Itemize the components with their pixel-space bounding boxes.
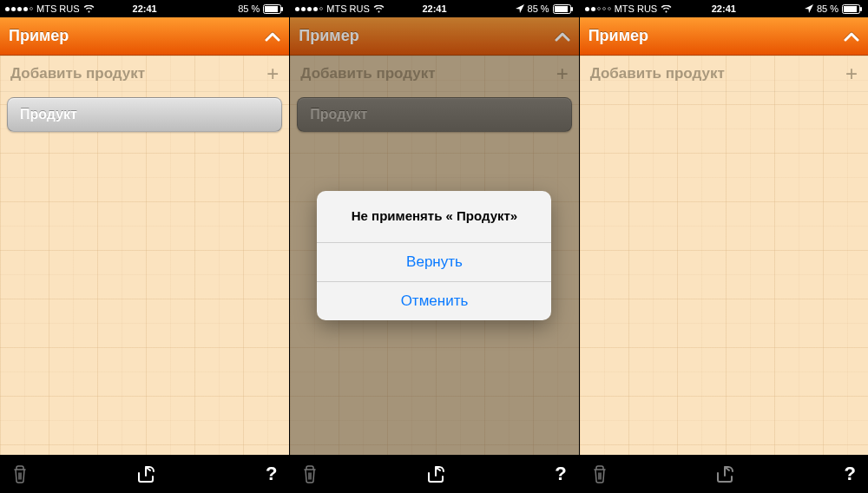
svg-rect-8 xyxy=(860,7,862,11)
svg-rect-2 xyxy=(281,7,283,11)
add-product-row[interactable]: Добавить продукт + xyxy=(580,56,868,92)
clock: 22:41 xyxy=(133,3,157,14)
product-item[interactable]: Продукт xyxy=(7,97,282,132)
trash-icon[interactable] xyxy=(12,464,28,483)
location-icon xyxy=(805,4,813,13)
chevron-up-icon[interactable] xyxy=(555,31,570,42)
share-icon[interactable] xyxy=(135,465,158,483)
battery-pct: 85 % xyxy=(528,3,549,14)
battery-icon xyxy=(553,4,574,14)
add-product-label: Добавить продукт xyxy=(10,65,145,82)
battery-icon xyxy=(842,4,863,14)
wifi-icon xyxy=(661,5,672,13)
svg-rect-7 xyxy=(844,6,857,12)
battery-pct: 85 % xyxy=(817,3,838,14)
alert-cancel-button[interactable]: Отменить xyxy=(317,282,551,320)
signal-dots-icon xyxy=(295,7,323,11)
screen-modal: MTS RUS 22:41 85 % Пример Добавить проду… xyxy=(289,0,578,493)
list-area: Добавить продукт + Продукт Не применять … xyxy=(290,56,578,455)
clock: 22:41 xyxy=(422,3,446,14)
nav-bar: Пример xyxy=(580,17,868,56)
list-area: Добавить продукт + Продукт xyxy=(0,56,289,455)
carrier-label: MTS RUS xyxy=(36,3,80,14)
battery-icon xyxy=(263,4,284,14)
share-icon[interactable] xyxy=(714,465,737,483)
status-bar: MTS RUS 22:41 85 % xyxy=(0,0,289,17)
modal-backdrop[interactable]: Не применять « Продукт» Вернуть Отменить xyxy=(290,56,578,455)
nav-title: Пример xyxy=(299,27,549,45)
screen-normal: MTS RUS 22:41 85 % Пример Добавить проду… xyxy=(0,0,289,493)
trash-icon[interactable] xyxy=(302,464,318,483)
alert-message: Не применять « Продукт» xyxy=(317,191,551,243)
alert-revert-button[interactable]: Вернуть xyxy=(317,243,551,282)
screen-empty: MTS RUS 22:41 85 % Пример Добавить проду… xyxy=(579,0,868,493)
svg-rect-1 xyxy=(265,6,278,12)
plus-icon: + xyxy=(266,62,279,86)
svg-rect-5 xyxy=(571,7,573,11)
wifi-icon xyxy=(83,5,95,13)
list-area: Добавить продукт + xyxy=(580,56,868,455)
wifi-icon xyxy=(373,5,385,13)
chevron-up-icon[interactable] xyxy=(844,31,859,42)
alert-sheet: Не применять « Продукт» Вернуть Отменить xyxy=(317,191,551,320)
carrier-label: MTS RUS xyxy=(326,3,370,14)
bottom-toolbar: ? xyxy=(0,455,289,493)
nav-title: Пример xyxy=(9,27,260,45)
location-icon xyxy=(516,4,524,13)
nav-bar: Пример xyxy=(290,17,578,56)
signal-dots-icon xyxy=(5,7,33,11)
bottom-toolbar: ? xyxy=(290,455,578,493)
carrier-label: MTS RUS xyxy=(615,3,658,14)
svg-rect-4 xyxy=(555,6,568,12)
help-icon[interactable]: ? xyxy=(555,463,566,485)
status-bar: MTS RUS 22:41 85 % xyxy=(290,0,578,17)
battery-pct: 85 % xyxy=(238,3,260,14)
bottom-toolbar: ? xyxy=(580,455,868,493)
chevron-up-icon[interactable] xyxy=(265,31,280,42)
product-item-label: Продукт xyxy=(20,107,77,122)
add-product-row[interactable]: Добавить продукт + xyxy=(0,56,289,92)
clock: 22:41 xyxy=(712,3,736,14)
share-icon[interactable] xyxy=(425,465,448,483)
nav-title: Пример xyxy=(589,27,838,45)
plus-icon: + xyxy=(845,62,858,86)
nav-bar: Пример xyxy=(0,17,289,56)
help-icon[interactable]: ? xyxy=(266,463,277,485)
trash-icon[interactable] xyxy=(592,464,608,483)
help-icon[interactable]: ? xyxy=(845,463,856,485)
signal-dots-icon xyxy=(585,7,611,11)
status-bar: MTS RUS 22:41 85 % xyxy=(580,0,868,17)
add-product-label: Добавить продукт xyxy=(590,65,725,82)
